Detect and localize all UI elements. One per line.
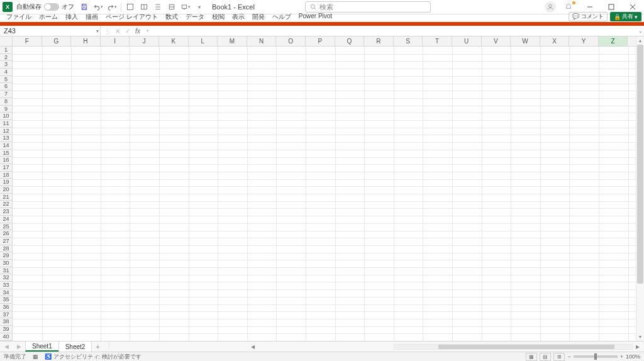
ribbon-tab[interactable]: 開発 <box>248 13 269 22</box>
row-header[interactable]: 14 <box>0 142 12 150</box>
qat-btn-4[interactable] <box>165 1 178 13</box>
column-header[interactable]: O <box>276 36 306 46</box>
column-header[interactable]: G <box>42 36 72 46</box>
row-header[interactable]: 40 <box>0 333 12 341</box>
row-header[interactable]: 17 <box>0 164 12 172</box>
column-header[interactable]: K <box>159 36 189 46</box>
column-header[interactable]: T <box>423 36 452 46</box>
redo-button[interactable]: ▾ <box>106 1 118 13</box>
sheet-tab[interactable]: Sheet2 <box>58 342 92 352</box>
row-header[interactable]: 1 <box>0 47 12 54</box>
column-header[interactable]: X <box>540 36 570 46</box>
column-header[interactable]: L <box>189 36 218 46</box>
account-button[interactable] <box>545 1 556 13</box>
row-header[interactable]: 30 <box>0 260 12 267</box>
hscroll-right[interactable]: ▶ <box>634 344 641 350</box>
hscroll-thumb[interactable] <box>438 345 614 349</box>
accessibility-status[interactable]: ♿ アクセシビリティ: 検討が必要です <box>45 353 142 361</box>
ribbon-tab[interactable]: データ <box>182 13 208 22</box>
save-button[interactable] <box>78 1 91 13</box>
ribbon-tab[interactable]: 挿入 <box>62 13 82 22</box>
fx-button[interactable]: fx <box>133 28 142 35</box>
row-header[interactable]: 18 <box>0 172 12 179</box>
minimize-button[interactable] <box>581 1 599 13</box>
row-header[interactable]: 16 <box>0 157 12 164</box>
ribbon-tab[interactable]: 描画 <box>82 13 102 22</box>
name-box[interactable]: Z43 ▾ <box>0 26 101 36</box>
search-box[interactable]: 検索 <box>305 1 431 13</box>
notification-button[interactable] <box>560 1 577 13</box>
row-header[interactable]: 29 <box>0 252 12 260</box>
row-header[interactable]: 21 <box>0 194 12 201</box>
autosave-switch[interactable] <box>44 3 59 11</box>
comments-button[interactable]: 💬 コメント <box>569 12 608 21</box>
ribbon-tab[interactable]: 表示 <box>228 13 248 22</box>
workbook-stats-icon[interactable]: ▦ <box>33 353 38 360</box>
column-header[interactable]: R <box>364 36 394 46</box>
row-header[interactable]: 12 <box>0 128 12 135</box>
row-header[interactable]: 11 <box>0 120 12 128</box>
fx-dropdown[interactable]: ▾ <box>143 28 152 33</box>
column-header[interactable]: M <box>218 36 247 46</box>
column-header[interactable]: Z <box>599 36 628 46</box>
column-header[interactable]: Y <box>569 36 599 46</box>
row-header[interactable]: 24 <box>0 216 12 223</box>
column-header[interactable]: W <box>511 36 540 46</box>
qat-customize[interactable]: ▾ <box>193 1 206 13</box>
column-header[interactable]: I <box>101 36 130 46</box>
vertical-scrollbar[interactable]: ▲ ▼ <box>636 36 644 341</box>
column-header[interactable]: S <box>394 36 423 46</box>
row-header[interactable]: 39 <box>0 326 12 333</box>
share-button[interactable]: 🔒 共有 ▾ <box>610 12 641 21</box>
row-header[interactable]: 15 <box>0 150 12 157</box>
row-header[interactable]: 4 <box>0 69 12 76</box>
zoom-in-button[interactable]: + <box>620 353 623 360</box>
close-button[interactable] <box>624 1 641 13</box>
row-header[interactable]: 32 <box>0 274 12 282</box>
row-header[interactable]: 7 <box>0 91 12 98</box>
row-header[interactable]: 2 <box>0 54 12 62</box>
ribbon-tab[interactable]: ホーム <box>35 13 62 22</box>
split-button[interactable]: ⋮ <box>103 28 112 35</box>
name-box-dropdown-icon[interactable]: ▾ <box>96 28 99 34</box>
ribbon-tab[interactable]: ページ レイアウト <box>102 13 162 22</box>
sheet-nav-prev[interactable]: ◀ <box>0 343 13 350</box>
vscroll-thumb[interactable] <box>637 45 643 284</box>
row-header[interactable]: 34 <box>0 289 12 297</box>
cells-area[interactable] <box>13 47 636 341</box>
hscroll-left[interactable]: ◀ <box>249 344 257 350</box>
column-header[interactable]: Q <box>335 36 365 46</box>
row-header[interactable]: 37 <box>0 311 12 319</box>
row-header[interactable]: 33 <box>0 282 12 289</box>
zoom-out-button[interactable]: − <box>567 353 570 360</box>
row-header[interactable]: 35 <box>0 296 12 304</box>
column-header[interactable]: F <box>13 36 42 46</box>
column-header[interactable]: U <box>452 36 482 46</box>
formula-input[interactable] <box>155 26 636 36</box>
row-header[interactable]: 31 <box>0 267 12 275</box>
row-header[interactable]: 22 <box>0 201 12 208</box>
add-sheet-button[interactable]: ＋ <box>91 342 104 352</box>
sheet-tab[interactable]: Sheet1 <box>25 342 59 352</box>
row-header[interactable]: 5 <box>0 76 12 84</box>
row-header[interactable]: 8 <box>0 98 12 106</box>
sheet-nav-next[interactable]: ▶ <box>13 343 25 350</box>
ribbon-tab[interactable]: 校閲 <box>208 13 228 22</box>
row-header[interactable]: 20 <box>0 186 12 194</box>
cancel-button[interactable]: ✕ <box>113 28 122 35</box>
qat-btn-3[interactable] <box>152 1 164 13</box>
column-header[interactable]: N <box>247 36 277 46</box>
ribbon-tab[interactable]: ファイル <box>3 13 35 22</box>
row-header[interactable]: 26 <box>0 230 12 238</box>
column-header[interactable]: P <box>306 36 335 46</box>
row-header[interactable]: 19 <box>0 179 12 186</box>
horizontal-scrollbar[interactable] <box>394 344 633 350</box>
scroll-down-arrow[interactable]: ▼ <box>636 333 644 341</box>
row-header[interactable]: 3 <box>0 61 12 69</box>
view-pagebreak-button[interactable]: ⊞ <box>553 353 565 361</box>
column-header[interactable]: V <box>482 36 511 46</box>
row-header[interactable]: 28 <box>0 245 12 253</box>
qat-btn-5[interactable]: ▾ <box>179 1 192 13</box>
enter-button[interactable]: ✓ <box>123 28 132 35</box>
ribbon-tab[interactable]: ヘルプ <box>269 13 295 22</box>
